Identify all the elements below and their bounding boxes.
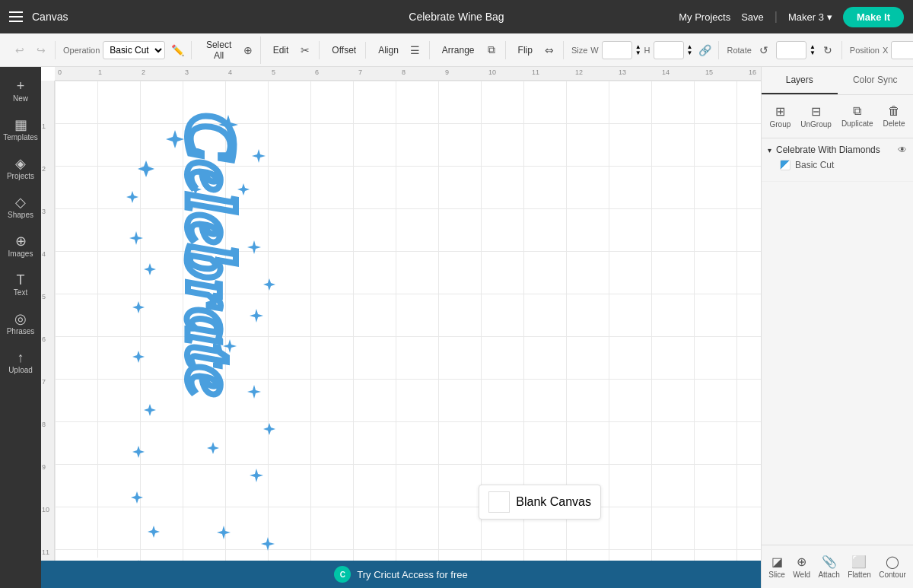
machine-selector[interactable]: Maker 3 ▾ (788, 11, 832, 23)
make-it-button[interactable]: Make It (843, 7, 904, 27)
sidebar-item-upload[interactable]: ↑ Upload (3, 345, 38, 380)
position-label: Position (850, 46, 880, 55)
tab-layers-label: Layers (786, 75, 813, 85)
size-h: H (644, 46, 651, 55)
slice-label: Slice (768, 571, 785, 579)
bottom-actions: ◪ Slice ⊕ Weld 📎 Attach ⬜ Flatten ◯ Cont… (762, 545, 913, 588)
delete-action[interactable]: 🗑 Delete (880, 101, 908, 132)
sidebar-item-shapes[interactable]: ◇ Shapes (3, 189, 38, 225)
layer-group-name: Celebrate With Diamonds (776, 145, 880, 155)
ungroup-action[interactable]: ⊟ UnGroup (797, 101, 835, 132)
panel-tabs: Layers Color Sync (762, 67, 913, 95)
undo-redo-group: ↩ ↪ (6, 41, 56, 59)
app-title: Canvas (32, 11, 68, 23)
chevron-icon: ▾ (768, 146, 771, 154)
operation-select[interactable]: Basic Cut (103, 41, 165, 59)
projects-icon: ◈ (15, 157, 26, 170)
edit-icon[interactable]: ✂ (296, 41, 314, 59)
separator: | (775, 10, 778, 24)
panel-actions: ⊞ Group ⊟ UnGroup ⧉ Duplicate 🗑 Delete (762, 95, 913, 138)
sidebar-item-images[interactable]: ⊕ Images (3, 228, 38, 264)
project-title: Celebrate Wine Bag (409, 11, 504, 23)
sidebar-item-new[interactable]: + New (3, 73, 38, 109)
sidebar-label-images: Images (8, 250, 33, 258)
top-nav: Canvas Celebrate Wine Bag My Projects Sa… (0, 0, 913, 33)
position-group: Position X Y (845, 41, 913, 59)
arrange-button[interactable]: Arrange (437, 42, 479, 59)
contour-label: Contour (879, 571, 906, 579)
sidebar-item-text[interactable]: T Text (3, 267, 38, 303)
undo-button[interactable]: ↩ (11, 41, 29, 59)
size-label: Size (571, 46, 587, 55)
size-steppers: ▲▼ (635, 44, 641, 56)
tab-color-sync-label: Color Sync (853, 75, 898, 85)
edit-button[interactable]: Edit (269, 42, 294, 59)
select-all-label: Select All (204, 40, 234, 61)
sidebar-item-phrases[interactable]: ◎ Phrases (3, 306, 38, 342)
my-projects-link[interactable]: My Projects (679, 11, 730, 23)
flip-group: Flip ⇔ (509, 41, 564, 59)
weld-action[interactable]: ⊕ Weld (790, 551, 813, 582)
sidebar-item-templates[interactable]: ▦ Templates (3, 112, 38, 148)
duplicate-icon: ⧉ (853, 104, 861, 118)
group-label: Group (770, 120, 791, 129)
ungroup-icon: ⊟ (811, 104, 821, 119)
text-icon: T (17, 273, 25, 287)
phrases-icon: ◎ (14, 312, 27, 326)
blank-canvas-label: Blank Canvas (516, 495, 591, 509)
weld-icon: ⊕ (797, 555, 806, 569)
nav-right: My Projects Save | Maker 3 ▾ Make It (679, 7, 904, 27)
sidebar-label-new: New (13, 94, 28, 103)
align-button[interactable]: Align (374, 42, 403, 59)
layer-color-swatch (780, 160, 791, 170)
rotate-ccw-icon[interactable]: ↺ (755, 41, 773, 59)
tab-layers[interactable]: Layers (762, 67, 838, 94)
flatten-action[interactable]: ⬜ Flatten (845, 551, 874, 582)
contour-action[interactable]: ◯ Contour (876, 551, 909, 582)
pen-icon[interactable]: ✏️ (168, 41, 186, 59)
layer-item[interactable]: Basic Cut (768, 155, 907, 175)
align-icon[interactable]: ☰ (406, 41, 425, 59)
new-icon: + (17, 79, 25, 93)
save-link[interactable]: Save (741, 11, 764, 23)
ruler-vertical: 1 2 3 4 5 6 7 8 9 10 11 (41, 81, 55, 588)
canvas-area[interactable]: 0 1 2 3 4 5 6 7 8 9 10 11 12 13 14 15 16 (41, 67, 761, 588)
select-icon[interactable]: ⊕ (241, 41, 256, 59)
align-group: Align ☰ (369, 41, 430, 59)
rotate-cw-icon[interactable]: ↻ (819, 41, 837, 59)
access-banner-text: Try Cricut Access for free (357, 569, 467, 580)
tab-color-sync[interactable]: Color Sync (838, 67, 914, 94)
cricut-logo-icon: C (334, 566, 351, 583)
select-all-button[interactable]: Select All (199, 37, 238, 64)
slice-action[interactable]: ◪ Slice (765, 551, 788, 582)
lock-aspect-icon[interactable]: 🔗 (695, 41, 714, 59)
redo-button[interactable]: ↪ (32, 41, 50, 59)
sidebar-label-templates: Templates (3, 133, 38, 141)
blank-canvas-indicator[interactable]: Blank Canvas (479, 485, 601, 520)
attach-label: Attach (818, 571, 839, 579)
sidebar-label-shapes: Shapes (8, 211, 33, 219)
arrange-icon[interactable]: ⧉ (482, 41, 501, 59)
size-w-input[interactable] (602, 41, 632, 59)
attach-action[interactable]: 📎 Attach (815, 551, 842, 582)
rotate-group: Rotate ↺ ▲▼ ↻ (722, 41, 841, 59)
menu-button[interactable] (9, 11, 23, 22)
group-action[interactable]: ⊞ Group (767, 101, 794, 132)
rotate-input[interactable] (776, 41, 806, 59)
flip-icon[interactable]: ⇔ (540, 41, 558, 59)
visibility-toggle[interactable]: 👁 (898, 145, 907, 155)
offset-button[interactable]: Offset (327, 42, 361, 59)
size-group: Size W ▲▼ H ▲▼ 🔗 (567, 41, 720, 59)
position-x-input[interactable] (891, 41, 913, 59)
duplicate-action[interactable]: ⧉ Duplicate (838, 101, 876, 132)
layer-group-header[interactable]: ▾ Celebrate With Diamonds 👁 (768, 145, 907, 155)
right-panel: Layers Color Sync ⊞ Group ⊟ UnGroup ⧉ Du… (761, 67, 913, 588)
sidebar-item-projects[interactable]: ◈ Projects (3, 151, 38, 186)
duplicate-label: Duplicate (841, 119, 873, 128)
weld-label: Weld (793, 571, 810, 579)
size-h-input[interactable] (654, 41, 684, 59)
access-banner[interactable]: C Try Cricut Access for free (41, 561, 761, 588)
flip-button[interactable]: Flip (514, 42, 537, 59)
canvas-content[interactable]: Celebrate (55, 81, 761, 588)
blank-canvas-thumbnail (488, 491, 510, 513)
